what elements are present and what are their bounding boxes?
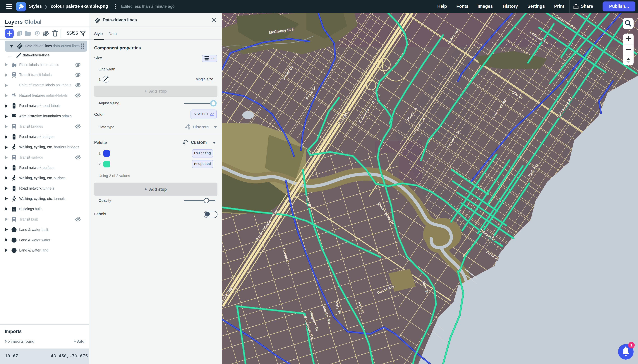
svg-text:1: 1: [630, 343, 632, 348]
